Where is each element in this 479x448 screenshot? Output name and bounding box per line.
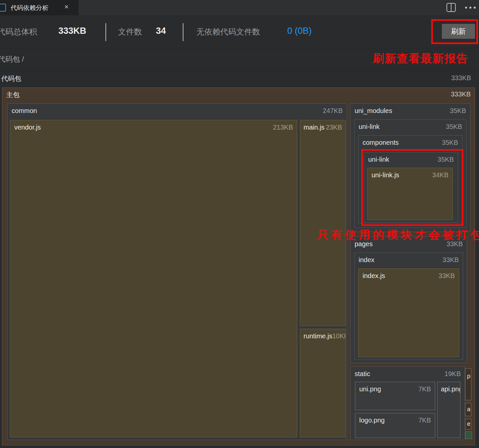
treemap-node-vendor-js[interactable]: vendor.js 213KB xyxy=(10,120,297,437)
stats-header: 代码总体积 333KB 文件数 34 无依赖代码文件数 0 (0B) 刷新 xyxy=(0,15,479,48)
treemap-node-uni-link-js[interactable]: uni-link.js 34KB xyxy=(367,168,453,220)
node-size: 34KB xyxy=(432,171,448,179)
treemap-node-clipped[interactable]: a xyxy=(465,403,471,416)
treemap-node-runtime-js[interactable]: runtime.js 10KB xyxy=(300,329,346,437)
treemap-node-clipped[interactable]: p xyxy=(465,368,471,400)
treemap-node-green-block[interactable] xyxy=(465,431,472,439)
node-name: uni-link.js xyxy=(372,171,399,179)
node-size: 333KB xyxy=(451,90,471,98)
treemap-node-index-js[interactable]: index.js 33KB xyxy=(358,268,459,357)
treemap-root-header[interactable]: 代码包 333KB xyxy=(0,72,475,85)
node-name: p xyxy=(467,373,470,380)
code-dependency-analysis-page: 代码依赖分析 × 代码总体积 333KB 文件数 34 无依赖代码文件数 0 (… xyxy=(0,0,479,448)
node-size: 213KB xyxy=(273,124,293,131)
node-name: components xyxy=(363,139,399,146)
breadcrumb[interactable]: 代码包 / xyxy=(0,54,24,64)
more-actions-icon[interactable] xyxy=(465,7,476,9)
node-name: index.js xyxy=(363,272,385,280)
tab-bar: 代码依赖分析 × xyxy=(0,0,479,15)
node-size: 7KB xyxy=(418,385,431,393)
treemap-node-api-png[interactable]: api.png 4KB xyxy=(437,382,460,438)
node-name: uni_modules xyxy=(355,107,392,115)
node-name: runtime.js xyxy=(304,332,332,340)
node-size: 35KB xyxy=(446,123,462,131)
breadcrumb-row: 代码包 / 刷新查看最新报告 xyxy=(0,48,479,70)
report-file-icon xyxy=(0,4,6,12)
node-name: uni-link xyxy=(368,156,389,163)
stats-divider xyxy=(105,23,106,41)
node-size: 10KB xyxy=(332,332,345,340)
treemap-root-name: 代码包 xyxy=(1,74,21,83)
node-name: api.png xyxy=(441,385,460,393)
node-size: 7KB xyxy=(418,417,431,424)
stats-divider xyxy=(183,23,183,41)
refresh-button[interactable]: 刷新 xyxy=(442,24,475,39)
node-name: vendor.js xyxy=(14,124,41,131)
treemap-node-main-js[interactable]: main.js 23KB xyxy=(300,120,346,326)
treemap-root-size: 333KB xyxy=(451,74,471,82)
close-tab-icon[interactable]: × xyxy=(64,3,69,11)
node-name: a xyxy=(467,406,470,413)
node-name: main.js xyxy=(304,124,324,131)
file-count-label: 文件数 xyxy=(118,27,142,37)
treemap-node-clipped[interactable]: e xyxy=(465,419,471,429)
node-name: uni.png xyxy=(359,385,381,393)
no-dependency-label: 无依赖代码文件数 xyxy=(196,27,260,37)
no-dependency-value[interactable]: 0 (0B) xyxy=(287,26,312,36)
node-size: 35KB xyxy=(450,107,466,115)
node-name: logo.png xyxy=(359,417,385,424)
total-size-value: 333KB xyxy=(58,26,86,36)
node-size: 35KB xyxy=(442,139,458,146)
node-name: 主包 xyxy=(6,90,20,99)
node-name: uni-link xyxy=(359,123,379,131)
node-size: 33KB xyxy=(439,272,455,280)
treemap-node-uni-png[interactable]: uni.png 7KB xyxy=(355,382,435,410)
node-name: index xyxy=(359,256,375,264)
node-size: 33KB xyxy=(443,256,459,264)
treemap-node-logo-png[interactable]: logo.png 7KB xyxy=(355,413,435,438)
module-tip-annotation: 只有使用的模块才会被打包 xyxy=(317,227,479,243)
total-size-label: 代码总体积 xyxy=(0,27,37,37)
node-name: common xyxy=(12,107,37,115)
tab-code-dependency-analysis[interactable]: 代码依赖分析 × xyxy=(0,0,79,15)
node-size: 35KB xyxy=(438,156,454,163)
file-count-value: 34 xyxy=(156,26,166,36)
refresh-tip-annotation: 刷新查看最新报告 xyxy=(373,51,468,66)
split-editor-icon[interactable] xyxy=(446,3,456,12)
node-size: 19KB xyxy=(445,370,461,378)
node-size: 23KB xyxy=(326,124,342,131)
node-size: 247KB xyxy=(323,107,343,115)
node-name: e xyxy=(467,420,470,427)
node-name: static xyxy=(355,370,370,378)
tab-title: 代码依赖分析 xyxy=(11,4,48,12)
